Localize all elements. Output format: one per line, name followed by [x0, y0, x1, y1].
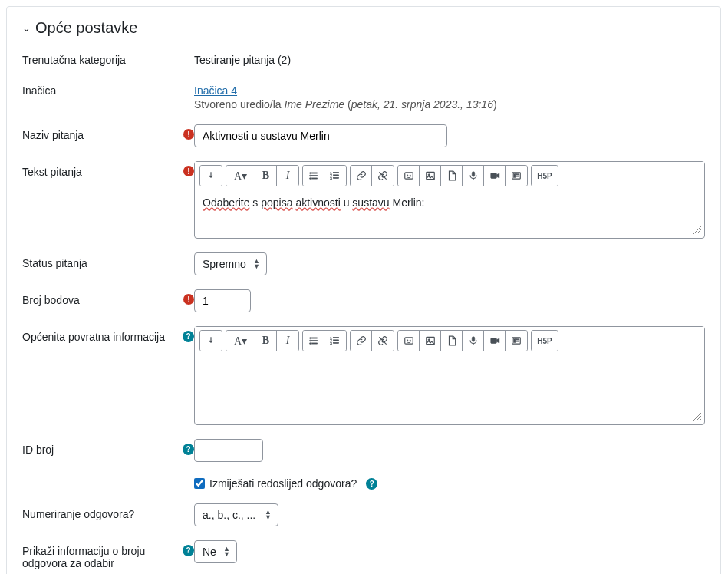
toolbar-mic-icon[interactable] — [463, 166, 484, 186]
svg-rect-9 — [334, 175, 339, 176]
general-feedback-content[interactable] — [195, 355, 704, 411]
resize-handle-icon[interactable] — [195, 224, 704, 238]
editor-toolbar: A▾ B I 123 — [195, 162, 704, 190]
resize-handle-icon[interactable] — [195, 411, 704, 424]
toolbar-image-icon[interactable] — [420, 166, 441, 186]
svg-rect-17 — [472, 172, 475, 176]
toolbar-video-icon[interactable] — [484, 166, 506, 186]
version-link[interactable]: Inačica 4 — [194, 84, 237, 97]
label-question-text: Tekst pitanja — [22, 166, 179, 178]
svg-rect-44 — [516, 339, 519, 340]
svg-point-4 — [309, 178, 311, 180]
toolbar-ul-icon[interactable] — [303, 166, 324, 186]
toolbar-ol-icon[interactable]: 123 — [324, 166, 346, 186]
version-meta: Stvoreno uredio/la Ime Prezime (petak, 2… — [194, 98, 705, 111]
toolbar-image-icon[interactable] — [420, 331, 441, 351]
svg-rect-20 — [514, 174, 516, 178]
svg-rect-32 — [334, 340, 339, 341]
toolbar-h5p-icon[interactable]: H5P — [532, 166, 558, 186]
help-icon[interactable]: ? — [366, 478, 377, 490]
toolbar-italic-icon[interactable]: I — [277, 166, 298, 186]
toolbar-ul-icon[interactable] — [303, 331, 324, 351]
svg-rect-21 — [516, 174, 519, 175]
label-default-mark: Broj bodova — [22, 294, 179, 306]
editor-toolbar: A▾ B I 123 — [195, 327, 704, 355]
section-header[interactable]: ⌄ Opće postavke — [22, 19, 705, 37]
default-mark-input[interactable] — [194, 289, 251, 312]
svg-text:3: 3 — [331, 341, 332, 345]
toolbar-link-icon[interactable] — [351, 331, 372, 351]
toolbar-unlink-icon[interactable] — [372, 331, 394, 351]
svg-point-2 — [309, 175, 311, 176]
toolbar-mic-icon[interactable] — [463, 331, 484, 351]
required-icon: ! — [183, 294, 194, 305]
help-icon[interactable]: ? — [183, 444, 194, 455]
toolbar-paragraph-icon[interactable]: A▾ — [226, 166, 255, 186]
toolbar-paragraph-icon[interactable]: A▾ — [226, 331, 255, 351]
svg-rect-5 — [311, 178, 317, 179]
label-question-name: Naziv pitanja — [22, 129, 179, 141]
svg-point-39 — [428, 339, 430, 341]
label-numbering: Numeriranje odgovora? — [22, 508, 194, 520]
svg-point-14 — [410, 175, 410, 176]
svg-rect-40 — [472, 337, 475, 341]
toolbar-italic-icon[interactable]: I — [277, 331, 298, 351]
status-select[interactable]: Spremno▲▼ — [194, 252, 267, 275]
toolbar-manage-icon[interactable] — [506, 331, 527, 351]
svg-rect-11 — [334, 177, 339, 178]
required-icon: ! — [183, 129, 194, 140]
question-name-input[interactable] — [194, 124, 447, 147]
label-general-feedback: Općenita povratna informacija — [22, 331, 178, 343]
toolbar-link-icon[interactable] — [351, 166, 372, 186]
label-id-number: ID broj — [22, 444, 178, 456]
label-version: Inačica — [22, 84, 194, 97]
label-show-num-correct: Prikaži informaciju o broju odgovora za … — [22, 545, 178, 569]
section-title: Opće postavke — [35, 19, 137, 37]
toolbar-video-icon[interactable] — [484, 331, 506, 351]
toolbar-bold-icon[interactable]: B — [255, 166, 277, 186]
toolbar-file-icon[interactable] — [441, 331, 463, 351]
question-text-editor: A▾ B I 123 — [194, 161, 705, 239]
toolbar-toggle-icon[interactable] — [200, 166, 222, 186]
toolbar-emoji-icon[interactable] — [398, 331, 420, 351]
question-text-content[interactable]: Odaberite s popisa aktivnosti u sustavu … — [195, 190, 704, 224]
svg-rect-26 — [311, 340, 317, 341]
svg-rect-22 — [516, 176, 519, 176]
svg-rect-28 — [311, 343, 317, 344]
svg-rect-18 — [490, 173, 496, 179]
required-icon: ! — [183, 166, 194, 176]
svg-rect-34 — [334, 342, 339, 343]
svg-rect-24 — [311, 338, 317, 338]
toolbar-h5p-icon[interactable]: H5P — [532, 331, 558, 351]
label-current-category: Trenutačna kategorija — [22, 54, 194, 66]
svg-point-36 — [407, 340, 407, 341]
toolbar-ol-icon[interactable]: 123 — [324, 331, 346, 351]
svg-point-27 — [309, 343, 311, 345]
svg-rect-43 — [514, 339, 516, 343]
svg-point-23 — [309, 338, 311, 339]
toolbar-file-icon[interactable] — [441, 166, 463, 186]
numbering-select[interactable]: a., b., c., ...▲▼ — [194, 503, 278, 526]
help-icon[interactable]: ? — [183, 331, 194, 342]
value-current-category: Testiranje pitanja (2) — [194, 49, 705, 66]
svg-point-25 — [309, 340, 311, 341]
toolbar-emoji-icon[interactable] — [398, 166, 420, 186]
general-settings-panel: ⌄ Opće postavke Trenutačna kategorija Te… — [6, 6, 721, 574]
id-number-input[interactable] — [194, 439, 263, 462]
svg-rect-1 — [311, 173, 317, 173]
svg-text:3: 3 — [331, 176, 332, 180]
svg-rect-30 — [334, 337, 339, 338]
toolbar-bold-icon[interactable]: B — [255, 331, 277, 351]
shuffle-checkbox[interactable] — [194, 478, 205, 489]
show-num-correct-select[interactable]: Ne▲▼ — [194, 540, 237, 563]
svg-point-0 — [309, 173, 311, 174]
general-feedback-editor: A▾ B I 123 — [194, 326, 705, 425]
toolbar-manage-icon[interactable] — [506, 166, 527, 186]
svg-rect-7 — [334, 172, 339, 173]
svg-rect-45 — [516, 341, 519, 341]
help-icon[interactable]: ? — [183, 545, 194, 556]
svg-point-37 — [410, 340, 410, 341]
toolbar-unlink-icon[interactable] — [372, 166, 394, 186]
svg-point-16 — [428, 174, 430, 176]
toolbar-toggle-icon[interactable] — [200, 331, 222, 351]
